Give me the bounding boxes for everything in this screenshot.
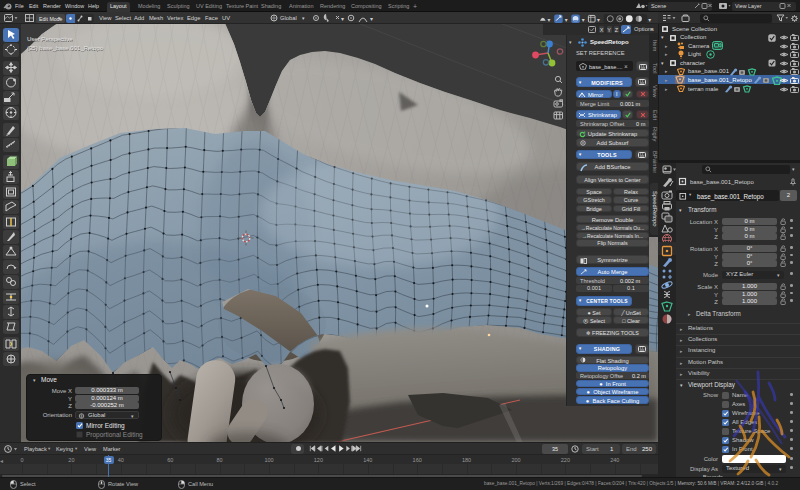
svg-text:▾: ▾ <box>582 16 585 22</box>
svg-text:▾: ▾ <box>341 16 344 22</box>
svg-text:▾: ▾ <box>565 16 568 22</box>
svg-text:▾: ▾ <box>648 16 651 22</box>
svg-text:User Perspective: User Perspective <box>27 36 73 42</box>
svg-text:▾: ▾ <box>548 16 551 22</box>
svg-text:▾: ▾ <box>370 16 373 22</box>
svg-text:▾: ▾ <box>597 16 600 22</box>
svg-text:(35) base_base.001_Retopo: (35) base_base.001_Retopo <box>27 45 104 51</box>
